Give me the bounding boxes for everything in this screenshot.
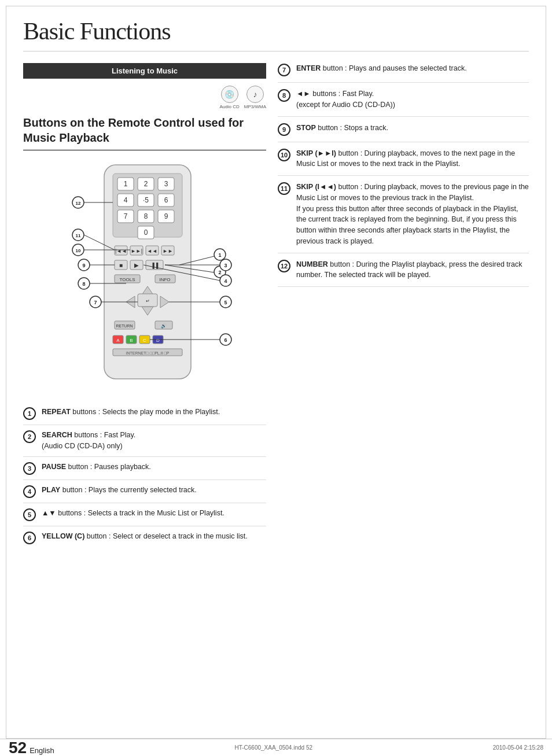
annotation-number-8: 8 bbox=[278, 89, 290, 102]
svg-text:2: 2 bbox=[218, 270, 221, 275]
footer-left: HT-C6600_XAA_0504.indd 52 bbox=[234, 744, 312, 751]
right-column: 7 ENTER button : Plays and pauses the se… bbox=[278, 63, 529, 549]
page-number-block: 52 English bbox=[9, 739, 54, 757]
svg-text:8: 8 bbox=[144, 212, 148, 220]
annotation-pause: 3 PAUSE button : Pauses playback. bbox=[23, 457, 266, 480]
svg-text:🔊: 🔊 bbox=[161, 323, 167, 329]
svg-text:►►|: ►►| bbox=[131, 248, 142, 254]
annotation-text-1: REPEAT buttons : Selects the play mode i… bbox=[42, 407, 220, 418]
svg-text:►►: ►► bbox=[163, 248, 173, 254]
svg-text:◄◄: ◄◄ bbox=[147, 248, 157, 254]
annotation-play: 4 PLAY button : Plays the currently sele… bbox=[23, 480, 266, 503]
svg-text:INFO: INFO bbox=[159, 277, 170, 282]
annotation-text-11: SKIP (I◄◄) button : During playback, mov… bbox=[296, 182, 529, 247]
annotation-number-10: 10 bbox=[278, 149, 290, 161]
annotation-text-2: SEARCH buttons : Fast Play.(Audio CD (CD… bbox=[42, 430, 135, 452]
svg-text:B: B bbox=[130, 338, 133, 343]
svg-text:C: C bbox=[143, 338, 146, 343]
svg-text:9: 9 bbox=[164, 212, 168, 220]
annotation-text-7: ENTER button : Plays and pauses the sele… bbox=[296, 63, 467, 74]
annotation-yellow: 6 YELLOW (C) button : Select or deselect… bbox=[23, 526, 266, 549]
annotation-number-2: 2 bbox=[23, 430, 36, 443]
remote-illustration: 1 2 3 4 ·5 6 bbox=[41, 159, 249, 390]
annotation-number-1: 1 bbox=[23, 407, 36, 420]
svg-text:7: 7 bbox=[94, 300, 97, 305]
annotation-enter: 7 ENTER button : Plays and pauses the se… bbox=[278, 63, 529, 83]
annotation-number-4: 4 bbox=[23, 485, 36, 498]
svg-text:4: 4 bbox=[224, 278, 227, 284]
annotation-search: 2 SEARCH buttons : Fast Play.(Audio CD (… bbox=[23, 425, 266, 457]
page-title: Basic Functions bbox=[23, 17, 529, 51]
annotation-text-3: PAUSE button : Pauses playback. bbox=[42, 462, 151, 473]
annotation-number-9: 9 bbox=[278, 123, 290, 136]
left-column: Listening to Music 💿 Audio CD ♪ MP3/WMA … bbox=[23, 63, 266, 549]
annotation-text-8: ◄► buttons : Fast Play.(except for Audio… bbox=[296, 88, 395, 110]
annotation-number-btn: 12 NUMBER button : During the Playlist p… bbox=[278, 253, 529, 287]
section-header: Listening to Music bbox=[23, 63, 266, 79]
annotation-fastplay: 8 ◄► buttons : Fast Play.(except for Aud… bbox=[278, 83, 529, 117]
footer: 52 English HT-C6600_XAA_0504.indd 52 201… bbox=[0, 739, 552, 756]
svg-text:2: 2 bbox=[144, 180, 148, 188]
footer-right: 2010-05-04 2:15:28 bbox=[493, 744, 543, 751]
svg-text:TOOLS: TOOLS bbox=[120, 277, 135, 282]
annotation-text-12: NUMBER button : During the Playlist play… bbox=[296, 259, 529, 281]
svg-text:6: 6 bbox=[164, 196, 168, 204]
right-annotations: 7 ENTER button : Plays and pauses the se… bbox=[278, 63, 529, 287]
annotation-text-6: YELLOW (C) button : Select or deselect a… bbox=[42, 531, 248, 542]
svg-text:·5: ·5 bbox=[143, 196, 149, 204]
annotation-number-5: 5 bbox=[23, 508, 36, 521]
mp3-wma-icon: ♪ MP3/WMA bbox=[244, 86, 266, 109]
annotation-text-5: ▲▼ buttons : Selects a track in the Musi… bbox=[42, 508, 225, 519]
section-subtitle: Buttons on the Remote Control used for M… bbox=[23, 115, 266, 150]
annotation-stop: 9 STOP button : Stops a track. bbox=[278, 117, 529, 142]
svg-text:1: 1 bbox=[218, 252, 221, 258]
svg-text:RETURN: RETURN bbox=[116, 324, 133, 328]
svg-text:7: 7 bbox=[124, 212, 128, 220]
svg-text:A: A bbox=[116, 338, 120, 343]
svg-text:▶: ▶ bbox=[134, 262, 139, 268]
annotation-skip-back: 11 SKIP (I◄◄) button : During playback, … bbox=[278, 176, 529, 253]
annotation-skip-fwd: 10 SKIP (►►I) button : During playback, … bbox=[278, 142, 529, 176]
annotation-number-12: 12 bbox=[278, 260, 290, 272]
svg-text:■: ■ bbox=[119, 262, 123, 268]
media-icons: 💿 Audio CD ♪ MP3/WMA bbox=[23, 86, 266, 109]
svg-text:4: 4 bbox=[124, 196, 128, 204]
svg-text:1: 1 bbox=[124, 180, 128, 188]
svg-text:3: 3 bbox=[164, 180, 168, 188]
bottom-annotations: 1 REPEAT buttons : Selects the play mode… bbox=[23, 402, 266, 549]
annotation-text-9: STOP button : Stops a track. bbox=[296, 123, 388, 134]
svg-text:6: 6 bbox=[224, 337, 227, 343]
annotation-number-6: 6 bbox=[23, 532, 36, 544]
svg-text:8: 8 bbox=[82, 281, 85, 287]
svg-text:9: 9 bbox=[82, 263, 85, 268]
annotation-number-7: 7 bbox=[278, 64, 290, 76]
svg-text:11: 11 bbox=[76, 233, 81, 238]
svg-text:10: 10 bbox=[76, 248, 81, 253]
annotation-text-10: SKIP (►►I) button : During playback, mov… bbox=[296, 148, 529, 170]
annotation-repeat: 1 REPEAT buttons : Selects the play mode… bbox=[23, 402, 266, 425]
svg-text:3: 3 bbox=[224, 263, 227, 268]
annotation-text-4: PLAY button : Plays the currently select… bbox=[42, 485, 197, 496]
page-language: English bbox=[30, 746, 54, 755]
svg-text:↵: ↵ bbox=[146, 298, 150, 304]
annotation-number-3: 3 bbox=[23, 462, 36, 475]
audio-cd-icon: 💿 Audio CD bbox=[220, 86, 240, 109]
svg-text:INTERNET□  □□PL.II  □P: INTERNET□ □□PL.II □P bbox=[126, 351, 170, 355]
svg-text:5: 5 bbox=[224, 300, 227, 305]
annotation-updown: 5 ▲▼ buttons : Selects a track in the Mu… bbox=[23, 503, 266, 526]
svg-text:|◄◄: |◄◄ bbox=[115, 248, 127, 254]
page-number: 52 bbox=[9, 739, 27, 757]
annotation-number-11: 11 bbox=[278, 182, 290, 195]
svg-text:0: 0 bbox=[144, 228, 148, 237]
svg-text:12: 12 bbox=[76, 201, 81, 206]
svg-text:D: D bbox=[156, 338, 160, 343]
